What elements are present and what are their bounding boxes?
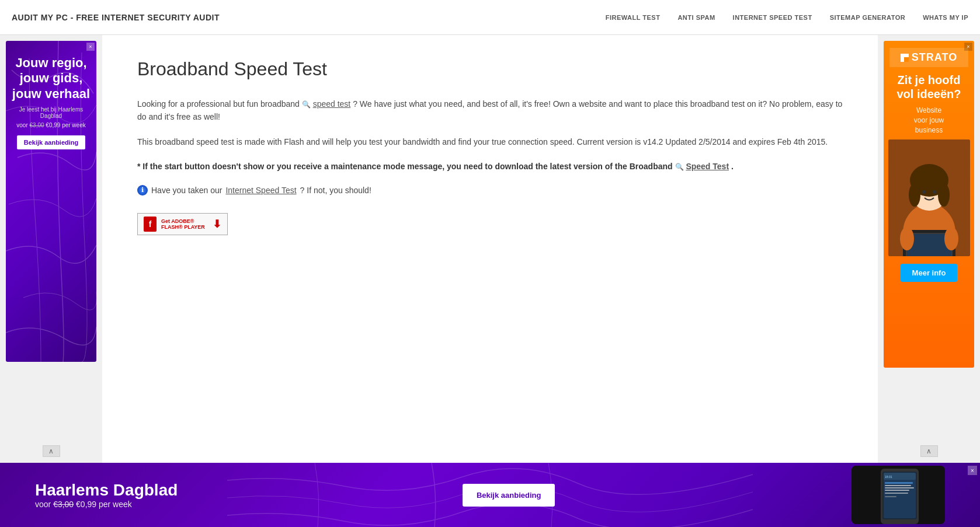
svg-point-12 [900,227,914,250]
right-ad-desc: Websitevoor jouwbusiness [914,106,944,135]
phone-mockup-svg: 18:01 [852,466,945,524]
person-svg [888,139,970,256]
site-logo[interactable]: AUDIT MY PC - FREE INTERNET SECURITY AUD… [12,13,220,22]
flash-text-line1: Get ADOBE® [161,218,205,224]
info-text-after-link: ? If not, you should! [300,186,371,195]
right-ad-person-image [888,139,970,256]
svg-point-7 [933,190,936,194]
right-ad-scroll-up[interactable]: ∧ [920,445,938,457]
warning-text-before-link: * If the start button doesn't show or yo… [137,162,673,171]
description-paragraph: This broadband speed test is made with F… [137,135,843,148]
ad-map-bg [6,41,96,362]
left-ad-box: × Jouw regio, jouw gids, jouw verhaal Je… [6,41,96,362]
strato-logo: STRATO [901,51,957,64]
left-ad-scroll-up[interactable]: ∧ [43,445,60,457]
flash-icon: f [144,217,157,232]
svg-point-6 [922,190,926,194]
right-ad-cta-button[interactable]: Meer info [901,264,958,282]
nav-internet-speed-test[interactable]: INTERNET SPEED TEST [733,14,812,21]
svg-point-13 [944,227,958,250]
left-advertisement: × Jouw regio, jouw gids, jouw verhaal Je… [0,35,102,463]
bottom-ad-phone-mockup: 18:01 [852,466,945,524]
main-nav: FIREWALL TEST ANTI SPAM INTERNET SPEED T… [606,14,968,21]
info-line: ℹ Have you taken our Internet Speed Test… [137,185,843,196]
svg-rect-23 [885,490,909,491]
right-ad-headline: Zit je hoofd vol ideeën? [889,73,968,101]
main-content: Broadband Speed Test Looking for a profe… [102,35,878,463]
svg-rect-22 [885,487,914,488]
right-ad-close[interactable]: × [964,43,972,51]
strato-icon [901,54,909,62]
right-advertisement: × STRATO Zit je hoofd vol ideeën? Websit… [878,35,980,463]
flash-badge: f Get ADOBE® FLASH® PLAYER ⬇ [137,213,843,235]
intro-text-before-link: Looking for a professional but fun broad… [137,99,300,109]
flash-text: Get ADOBE® FLASH® PLAYER [161,218,205,230]
speed-test-link-1[interactable]: speed test [313,99,351,109]
svg-point-5 [938,183,950,207]
internet-speed-test-link[interactable]: Internet Speed Test [225,186,296,195]
flash-badge-inner[interactable]: f Get ADOBE® FLASH® PLAYER ⬇ [137,213,228,235]
nav-firewall-test[interactable]: FIREWALL TEST [606,14,661,21]
svg-point-4 [909,183,920,207]
info-text-before-link: Have you taken our [151,186,222,195]
right-ad-brand-name: STRATO [912,51,957,64]
flash-text-line2: FLASH® PLAYER [161,224,205,230]
svg-rect-25 [885,496,896,497]
page-layout: × Jouw regio, jouw gids, jouw verhaal Je… [0,35,980,463]
svg-rect-21 [885,485,911,486]
page-title: Broadband Speed Test [137,58,843,80]
left-ad-close[interactable]: × [86,43,95,51]
warning-text-after-link: . [731,162,734,171]
svg-rect-24 [885,493,908,494]
warning-paragraph: * If the start button doesn't show or yo… [137,160,843,173]
nav-anti-spam[interactable]: ANTI SPAM [677,14,715,21]
right-ad-box: × STRATO Zit je hoofd vol ideeën? Websit… [884,41,974,368]
bottom-ad-map-bg [0,463,980,527]
search-icon-inline: 🔍 [302,100,311,109]
svg-text:18:01: 18:01 [885,475,892,479]
header: AUDIT MY PC - FREE INTERNET SECURITY AUD… [0,0,980,35]
svg-rect-20 [885,482,913,484]
right-ad-logo-area: STRATO [889,48,968,67]
flash-download-arrow: ⬇ [213,218,221,231]
speed-test-link-2[interactable]: Speed Test [686,162,729,171]
intro-paragraph: Looking for a professional but fun broad… [137,97,843,124]
search-icon-inline-2: 🔍 [675,163,684,171]
nav-whats-my-ip[interactable]: WHATS MY IP [923,14,968,21]
bottom-advertisement: × Haarlems Dagblad voor €3,00 €0,99 per … [0,463,980,527]
info-globe-icon: ℹ [137,185,148,196]
nav-sitemap-generator[interactable]: SITEMAP GENERATOR [830,14,906,21]
